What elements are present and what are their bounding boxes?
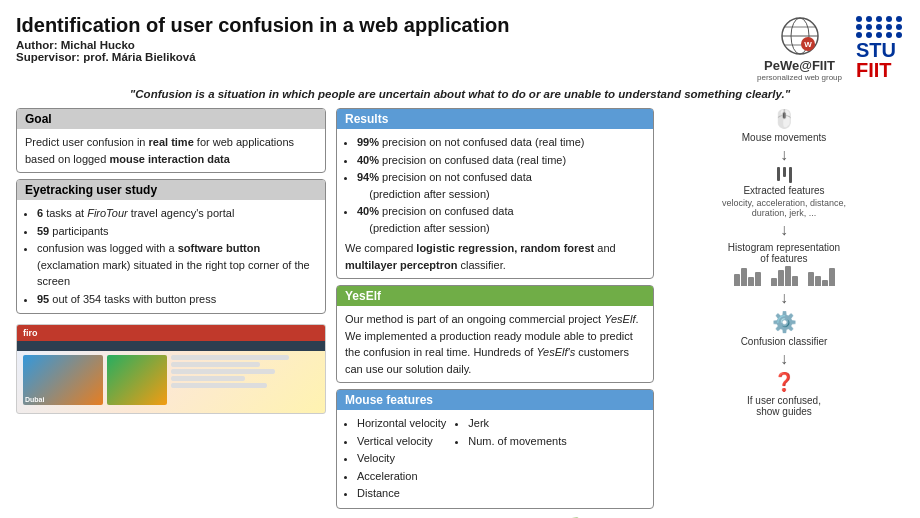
feature-distance: Distance bbox=[357, 485, 446, 502]
eyetracking-header: Eyetracking user study bbox=[17, 180, 325, 200]
eyetracking-item3: confusion was logged with a software but… bbox=[37, 240, 317, 290]
eyetracking-box: Eyetracking user study 6 tasks at FiroTo… bbox=[16, 179, 326, 314]
firo-content: Dubai bbox=[17, 351, 325, 409]
feature-velocity: Velocity bbox=[357, 450, 446, 467]
pipeline-step1: 🖱️ Mouse movements bbox=[742, 108, 826, 143]
results-body: 99% precision on not confused data (real… bbox=[337, 129, 653, 278]
pipeline-step4-label: Confusion classifier bbox=[741, 336, 828, 347]
firo-img-dubai: Dubai bbox=[23, 355, 103, 405]
eyetracking-list: 6 tasks at FiroTour travel agency's port… bbox=[37, 205, 317, 307]
yesElf-header: YesElf bbox=[337, 286, 653, 306]
authors: Author: Michal Hucko Supervisor: prof. M… bbox=[16, 39, 509, 63]
feature-h-velocity: Horizontal velocity bbox=[357, 415, 446, 432]
question-icon: ❓ bbox=[773, 371, 795, 393]
pipeline-step3-label: Histogram representationof features bbox=[728, 242, 840, 264]
pipeline-step2: Extracted features velocity, acceleratio… bbox=[722, 167, 846, 218]
mouse-features-body: Horizontal velocity Vertical velocity Ve… bbox=[337, 410, 653, 508]
firo-bar: firo bbox=[17, 325, 325, 341]
right-column-pipeline: 🖱️ Mouse movements ↓ Extracted features … bbox=[664, 108, 904, 518]
svg-text:W: W bbox=[804, 40, 812, 49]
pipeline-arrow2: ↓ bbox=[780, 222, 788, 238]
page-title: Identification of user confusion in a we… bbox=[16, 14, 509, 37]
result-item-1: 99% precision on not confused data (real… bbox=[357, 134, 645, 151]
goal-header: Goal bbox=[17, 109, 325, 129]
mouse-features-box: Mouse features Horizontal velocity Verti… bbox=[336, 389, 654, 509]
author-label: Author: bbox=[16, 39, 58, 51]
goal-bold1: real time bbox=[149, 136, 194, 148]
pipeline-step2-label: Extracted features bbox=[743, 185, 824, 196]
pipeline-arrow1: ↓ bbox=[780, 147, 788, 163]
supervisor-label: Supervisor: bbox=[16, 51, 80, 63]
pipeline-step3: Histogram representationof features bbox=[728, 242, 840, 286]
header-left: Identification of user confusion in a we… bbox=[16, 14, 509, 63]
header: Identification of user confusion in a we… bbox=[16, 14, 904, 82]
result-item-4: 40% precision on confused data (predicti… bbox=[357, 203, 645, 236]
yesElf-logo-area: 🌿 YesElf bbox=[336, 515, 654, 519]
left-column: Goal Predict user confusion in real time… bbox=[16, 108, 326, 518]
pipeline-step2-sub: velocity, acceleration, distance,duratio… bbox=[722, 198, 846, 218]
globe-icon: W bbox=[778, 14, 822, 58]
firo-text-area bbox=[171, 355, 319, 405]
mouse-icon: 🖱️ bbox=[773, 108, 795, 130]
goal-bold2: mouse interaction data bbox=[109, 153, 229, 165]
firo-img-oman bbox=[107, 355, 167, 405]
eyetracking-item1: 6 tasks at FiroTour travel agency's port… bbox=[37, 205, 317, 222]
feature-lines-icon bbox=[777, 167, 792, 183]
yesElf-box: YesElf Our method is part of an ongoing … bbox=[336, 285, 654, 383]
middle-column: Results 99% precision on not confused da… bbox=[336, 108, 654, 518]
eyetracking-item2: 59 participants bbox=[37, 223, 317, 240]
mouse-features-col2: Jerk Num. of movements bbox=[468, 415, 566, 503]
quote-text: "Confusion is a situation in which peopl… bbox=[16, 88, 904, 100]
stu-dots bbox=[856, 16, 904, 38]
comparison-text: We compared logistic regression, random … bbox=[345, 240, 645, 273]
stu-text: STU FIIT bbox=[856, 40, 896, 80]
histogram-icon bbox=[734, 266, 835, 286]
firo-nav bbox=[17, 341, 325, 351]
author-name: Michal Hucko bbox=[61, 39, 135, 51]
yesElf-body: Our method is part of an ongoing commerc… bbox=[337, 306, 653, 382]
goal-box: Goal Predict user confusion in real time… bbox=[16, 108, 326, 173]
pipeline-arrow3: ↓ bbox=[780, 290, 788, 306]
pewe-brand: PeWe@FIIT bbox=[764, 58, 835, 73]
feature-num-movements: Num. of movements bbox=[468, 433, 566, 450]
gear-icon: ⚙️ bbox=[772, 310, 797, 334]
goal-body: Predict user confusion in real time for … bbox=[17, 129, 325, 172]
results-box: Results 99% precision on not confused da… bbox=[336, 108, 654, 279]
supervisor-name: prof. Mária Bieliková bbox=[83, 51, 195, 63]
pipeline-step5: ❓ If user confused,show guides bbox=[747, 371, 821, 417]
pipeline-step4: ⚙️ Confusion classifier bbox=[741, 310, 828, 347]
mouse-features-list: Horizontal velocity Vertical velocity Ve… bbox=[345, 415, 645, 503]
eyetracking-body: 6 tasks at FiroTour travel agency's port… bbox=[17, 200, 325, 313]
logo-stu: STU FIIT bbox=[856, 16, 904, 80]
results-list: 99% precision on not confused data (real… bbox=[357, 134, 645, 236]
main-content: Goal Predict user confusion in real time… bbox=[16, 108, 904, 518]
pewe-sub: personalized web group bbox=[757, 73, 842, 82]
pipeline-step1-label: Mouse movements bbox=[742, 132, 826, 143]
feature-v-velocity: Vertical velocity bbox=[357, 433, 446, 450]
feature-jerk: Jerk bbox=[468, 415, 566, 432]
pipeline-arrow4: ↓ bbox=[780, 351, 788, 367]
goal-text-prefix: Predict user confusion in bbox=[25, 136, 149, 148]
logo-pewe: W PeWe@FIIT personalized web group bbox=[757, 14, 842, 82]
hist-group2 bbox=[771, 266, 798, 286]
results-header: Results bbox=[337, 109, 653, 129]
feature-acceleration: Acceleration bbox=[357, 468, 446, 485]
eyetracking-item4: 95 out of 354 tasks with button press bbox=[37, 291, 317, 308]
page: Identification of user confusion in a we… bbox=[0, 0, 920, 518]
result-item-3: 94% precision on not confused data (pred… bbox=[357, 169, 645, 202]
hist-group1 bbox=[734, 266, 761, 286]
hist-group3 bbox=[808, 266, 835, 286]
screenshot-placeholder: firo Dubai bbox=[16, 324, 326, 414]
mouse-features-header: Mouse features bbox=[337, 390, 653, 410]
mouse-features-col1: Horizontal velocity Vertical velocity Ve… bbox=[357, 415, 446, 503]
result-item-2: 40% precision on confused data (real tim… bbox=[357, 152, 645, 169]
header-right: W PeWe@FIIT personalized web group STU F… bbox=[757, 14, 904, 82]
pipeline-step5-label: If user confused,show guides bbox=[747, 395, 821, 417]
